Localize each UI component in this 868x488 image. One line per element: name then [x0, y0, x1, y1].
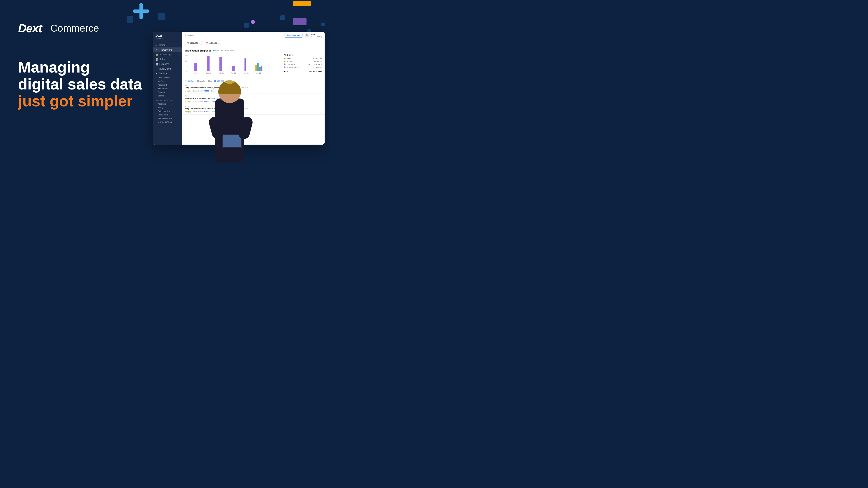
new-connect-button[interactable]: New Connect — [285, 33, 303, 37]
plus-icon: + — [185, 80, 186, 82]
svg-text:£220: £220 — [185, 60, 188, 62]
transactions-icon: ☰ — [156, 49, 158, 51]
more-menu-button-1[interactable]: ⋮ — [320, 90, 322, 92]
legend-total: Total 57- 3(5,120.44) — [284, 69, 322, 72]
svg-rect-16 — [261, 66, 262, 71]
more-menu-button-2[interactable]: ⋮ — [320, 100, 322, 103]
cad-tab[interactable]: CAD — [218, 50, 223, 52]
user-info: 👤 Vlad ABC Accounting — [305, 33, 322, 37]
sidebar-nav: ⌂ Home ☰ Transactions 📒 Accounting ▾ 📊 S… — [153, 41, 182, 144]
brand-divider — [46, 22, 46, 35]
svg-text:Feb '21: Feb '21 — [219, 72, 224, 74]
svg-text:Jun '21: Jun '21 — [244, 72, 249, 74]
sidebar-sub-security[interactable]: Security — [153, 90, 182, 94]
svg-rect-14 — [257, 63, 259, 71]
shopify-logo-2: shopify — [185, 100, 191, 102]
sidebar-sub-teams[interactable]: Teams — [153, 94, 182, 98]
svg-text:Oct '20: Oct '20 — [193, 72, 198, 74]
sidebar-sub-profile[interactable]: Profile — [153, 79, 182, 83]
sidebar-logo-sub: Commerce — [156, 37, 163, 39]
sidebar-item-accounting[interactable]: 📒 Accounting ▾ — [153, 52, 182, 57]
dates-filter[interactable]: 📅 All dates ▾ — [204, 41, 221, 45]
sidebar-sub-accounts[interactable]: Accounts — [153, 102, 182, 106]
deco-square-1 — [127, 16, 133, 23]
top-bar-right: New Connect 👤 Vlad ABC Accounting — [285, 33, 322, 37]
home-icon: ⌂ — [156, 44, 158, 46]
sidebar-sub-password[interactable]: Password — [153, 83, 182, 87]
svg-rect-9 — [207, 56, 210, 71]
support-icon: ? — [185, 34, 186, 36]
svg-rect-11 — [232, 66, 235, 71]
commerce-label: Commerce — [51, 23, 99, 34]
dates-chevron-icon: ▾ — [218, 42, 219, 44]
account-section-label: ABC Accounting — [153, 98, 182, 102]
svg-text:Aug '21: Aug '21 — [256, 72, 261, 74]
expenses-chevron: ▾ — [179, 63, 180, 65]
tagline-accent: just got simpler — [18, 93, 142, 109]
sidebar-sub-refer-friend[interactable]: Refer Friend — [153, 87, 182, 90]
svg-rect-15 — [259, 67, 260, 71]
shopify-logo-3: shopify — [185, 111, 191, 113]
sidebar-item-sales[interactable]: 📊 Sales ▾ — [153, 57, 182, 62]
expenses-icon: 🧾 — [156, 63, 158, 65]
tagline: Managing digital sales data just got sim… — [18, 59, 142, 109]
svg-rect-13 — [255, 65, 257, 71]
usd-tab[interactable]: USD — [213, 50, 217, 52]
accounting-icon: 📒 — [156, 54, 158, 56]
deco-square-4 — [280, 15, 285, 20]
bulk-export-icon: ↓ — [156, 68, 158, 70]
svg-text:Dec '20: Dec '20 — [206, 72, 211, 74]
settings-chevron: ▴ — [179, 72, 180, 74]
currency-tabs: USD CAD — [213, 50, 223, 52]
deco-square-3 — [244, 23, 249, 28]
add-filter-button[interactable]: + Add filter — [185, 80, 194, 82]
sidebar-logo: Dext — [156, 34, 163, 37]
dext-logo: Dext — [18, 22, 42, 35]
expenses-dot — [284, 64, 285, 65]
chart-container: £330 £220 £110 £0.0 — [185, 54, 322, 76]
shopify-logo-1: shopify — [185, 90, 191, 92]
sales-dot — [284, 58, 285, 59]
bar-chart: £330 £220 £110 £0.0 — [185, 54, 281, 74]
chart-title: Transaction Snapshot — [185, 49, 211, 52]
svg-rect-10 — [219, 57, 222, 71]
sidebar-item-bulk-export[interactable]: ↓ Bulk Export — [153, 66, 182, 71]
chart-legend: All Dates Sales 1 £37.83 Refunds 2 £(163… — [281, 54, 322, 76]
accounts-filter[interactable]: All accounts ▾ — [185, 41, 202, 45]
tagline-line2: digital sales data — [18, 76, 142, 93]
sidebar-sub-catch-me-up[interactable]: Catch Me Up — [153, 109, 182, 113]
sidebar-item-home[interactable]: ⌂ Home — [153, 43, 182, 47]
legend-item-reimbursements: Reimbursements 2 £30.27 — [284, 66, 322, 68]
top-bar: ? Support New Connect 👤 Vlad ABC Account… — [182, 32, 324, 39]
tagline-line1: Managing — [18, 59, 142, 76]
sidebar-header: Dext Commerce — [153, 32, 182, 41]
filter-bar: All accounts ▾ 📅 All dates ▾ — [182, 39, 324, 47]
svg-text:£330: £330 — [185, 55, 188, 56]
chart-section: Transaction Snapshot USD CAD Timezone: U… — [182, 47, 324, 78]
sidebar-settings-section: ⚙ Settings ▴ — [153, 71, 182, 76]
sidebar-item-transactions[interactable]: ☰ Transactions — [153, 47, 182, 52]
avatar: 👤 — [305, 33, 309, 37]
support-link[interactable]: ? Support — [185, 34, 194, 36]
sales-icon: 📊 — [156, 58, 158, 61]
sidebar-sub-team-members[interactable]: Team Members — [153, 117, 182, 120]
sidebar-sub-migrate-to-team[interactable]: Migrate to Team — [153, 120, 182, 124]
brand-section: Dext Commerce — [18, 22, 99, 35]
sidebar-sub-user-settings[interactable]: User Settings — [153, 76, 182, 79]
sidebar-sub-collaborate[interactable]: Collaborate — [153, 113, 182, 117]
deco-square-2 — [158, 13, 165, 20]
more-menu-button-3[interactable]: ⋮ — [320, 110, 322, 113]
svg-text:Apr '21: Apr '21 — [231, 72, 236, 74]
deco-violet-rect — [293, 18, 307, 25]
sidebar-item-expenses[interactable]: 🧾 Expenses ▾ — [153, 62, 182, 66]
deco-circle — [251, 20, 255, 24]
calendar-icon: 📅 — [206, 42, 208, 44]
timezone-label: Timezone: UTC — [225, 50, 239, 52]
sidebar-sub-billing[interactable]: Billing — [153, 106, 182, 109]
deco-square-6 — [321, 23, 324, 26]
legend-title: All Dates — [284, 54, 322, 56]
svg-text:£0.0: £0.0 — [185, 71, 188, 72]
legend-item-expenses: Expenses 52 £(5,025.41) — [284, 63, 322, 65]
sales-chevron: ▾ — [179, 58, 180, 60]
refunds-dot — [284, 61, 285, 62]
